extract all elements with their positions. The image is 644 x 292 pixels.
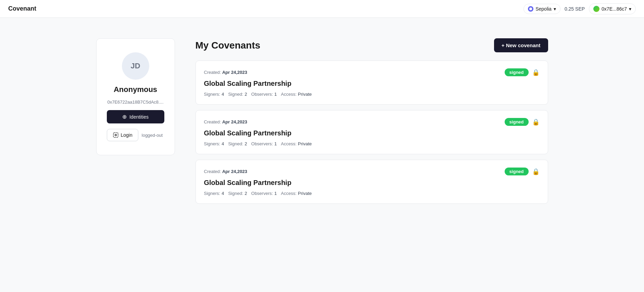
covenant-meta: Signers: 4 Signed: 2 Observers: 1 Access…: [204, 191, 540, 196]
covenants-section: My Covenants + New covenant Created: Apr…: [195, 38, 548, 209]
wallet-chevron-icon: ▾: [629, 6, 631, 12]
network-name: Sepolia: [535, 6, 552, 12]
covenant-list: Created: Apr 24,2023 signed 🔒 Global Sca…: [195, 61, 548, 204]
profile-address: 0x7E6722aa18B7C5dAc8....: [107, 99, 163, 105]
covenant-card-top: Created: Apr 24,2023 signed 🔒: [204, 168, 540, 175]
signed-badge: signed: [505, 68, 529, 76]
profile-card: JD Anonymous 0x7E6722aa18B7C5dAc8.... ⊕ …: [96, 38, 175, 155]
covenant-created-label: Created: Apr 24,2023: [204, 119, 247, 124]
covenant-meta: Signers: 4 Signed: 2 Observers: 1 Access…: [204, 92, 540, 97]
covenant-card[interactable]: Created: Apr 24,2023 signed 🔒 Global Sca…: [195, 160, 548, 204]
card-badges: signed 🔒: [505, 118, 540, 126]
signed-badge: signed: [505, 168, 529, 175]
wallet-address: 0x7E...86c7: [602, 6, 627, 12]
signed-badge: signed: [505, 118, 529, 126]
covenants-title: My Covenants: [195, 40, 261, 51]
lock-icon: 🔒: [532, 168, 540, 175]
lock-icon: 🔒: [532, 69, 540, 76]
network-chevron-icon: ▾: [554, 6, 556, 12]
covenant-card-top: Created: Apr 24,2023 signed 🔒: [204, 68, 540, 76]
identities-button[interactable]: ⊕ Identities: [107, 110, 164, 123]
profile-name: Anonymous: [114, 85, 157, 94]
new-covenant-button-label: + New covenant: [502, 42, 541, 48]
covenant-card[interactable]: Created: Apr 24,2023 signed 🔒 Global Sca…: [195, 61, 548, 105]
covenant-created-date: Apr 24,2023: [222, 70, 247, 75]
lock-icon: 🔒: [532, 118, 540, 126]
wallet-selector[interactable]: 0x7E...86c7 ▾: [589, 3, 636, 14]
covenant-card-top: Created: Apr 24,2023 signed 🔒: [204, 118, 540, 126]
covenant-name: Global Scaling Partnership: [204, 129, 540, 137]
svg-point-1: [115, 134, 116, 136]
login-button-label: Login: [121, 132, 132, 138]
svg-rect-0: [113, 133, 118, 137]
card-badges: signed 🔒: [505, 68, 540, 76]
covenant-name: Global Scaling Partnership: [204, 179, 540, 187]
new-covenant-button[interactable]: + New covenant: [494, 38, 548, 52]
login-button[interactable]: Login: [107, 129, 138, 141]
login-status: logged-out: [142, 133, 163, 138]
app-logo: Covenant: [8, 5, 36, 12]
card-badges: signed 🔒: [505, 168, 540, 175]
covenant-card[interactable]: Created: Apr 24,2023 signed 🔒 Global Sca…: [195, 110, 548, 154]
covenant-created-date: Apr 24,2023: [222, 169, 247, 174]
covenant-created-label: Created: Apr 24,2023: [204, 169, 247, 174]
app-header: Covenant Sepolia ▾ 0.25 SEP 0x7E...86c7 …: [0, 0, 644, 18]
covenant-meta: Signers: 4 Signed: 2 Observers: 1 Access…: [204, 141, 540, 146]
network-selector[interactable]: Sepolia ▾: [523, 4, 560, 14]
sep-balance: 0.25 SEP: [565, 6, 585, 12]
login-icon: [113, 132, 119, 138]
identities-button-label: Identities: [129, 114, 149, 120]
covenant-name: Global Scaling Partnership: [204, 80, 540, 88]
covenant-created-date: Apr 24,2023: [222, 119, 247, 124]
header-right: Sepolia ▾ 0.25 SEP 0x7E...86c7 ▾: [523, 3, 636, 14]
main-content: JD Anonymous 0x7E6722aa18B7C5dAc8.... ⊕ …: [83, 18, 562, 230]
login-row: Login logged-out: [107, 129, 164, 141]
avatar: JD: [122, 52, 149, 80]
identities-icon: ⊕: [122, 114, 127, 120]
covenant-created-label: Created: Apr 24,2023: [204, 70, 247, 75]
wallet-avatar-icon: [593, 6, 599, 12]
covenants-header: My Covenants + New covenant: [195, 38, 548, 52]
network-dot-icon: [528, 6, 533, 12]
